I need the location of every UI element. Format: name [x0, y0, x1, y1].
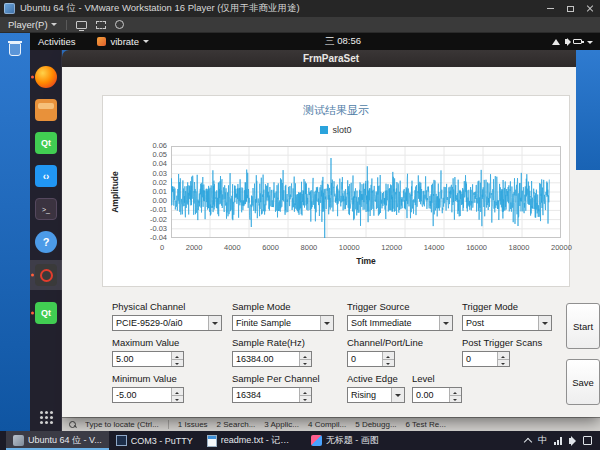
pane-button-search[interactable]: 2 Search... [217, 420, 256, 429]
app-menu[interactable]: vibrate [97, 36, 149, 47]
spinner-arrows-icon[interactable] [171, 388, 183, 402]
tick-label: 0 [160, 243, 164, 252]
frmparaset-window: FrmParaSet 测试结果显示 slot0 Amplitude 0.060.… [62, 50, 600, 417]
trigger-source-select[interactable]: Soft Immediate [347, 315, 453, 331]
close-icon[interactable] [580, 0, 600, 17]
save-button[interactable]: Save [566, 359, 600, 405]
spinner-arrows-icon[interactable] [449, 388, 461, 402]
level-input[interactable]: 0.00 [412, 387, 462, 403]
dropdown-arrow-icon[interactable] [538, 316, 551, 330]
screen: Ubuntu 64 位 - VMware Workstation 16 Play… [0, 0, 600, 450]
dock-item-qt-creator[interactable]: Qt [30, 128, 62, 158]
pane-button-test-results[interactable]: 6 Test Re... [406, 420, 446, 429]
spinner-arrows-icon[interactable] [382, 352, 394, 366]
vmware-logo-icon [4, 3, 15, 14]
tick-label: 6000 [262, 243, 279, 252]
tick-label: 14000 [424, 243, 445, 252]
trigger-mode-value: Post [463, 316, 538, 330]
desktop-wallpaper-patch [576, 50, 600, 170]
dock-item-firefox[interactable] [30, 62, 62, 92]
dropdown-arrow-icon[interactable] [208, 316, 221, 330]
dock-item-show-applications[interactable] [30, 402, 62, 432]
ime-indicator[interactable]: 中 [538, 434, 547, 447]
dock-item-qt-app[interactable]: Qt [30, 298, 62, 328]
taskbar-item-label: COM3 - PuTTY [131, 436, 193, 446]
qt-creator-icon: Qt [35, 132, 57, 154]
dropdown-arrow-icon[interactable] [320, 316, 333, 330]
vm-settings-icon[interactable] [115, 20, 124, 29]
qtcreator-bottom-bar: Type to locate (Ctrl... 1 Issues 2 Searc… [62, 417, 600, 431]
trigger-mode-label: Trigger Mode [462, 301, 552, 312]
player-menu-label: Player(P) [8, 19, 48, 30]
tick-label: -0.02 [150, 216, 167, 224]
volume-icon[interactable] [569, 438, 572, 444]
maximum-value-group: Maximum Value 5.00 [112, 337, 184, 367]
pane-button-application-output[interactable]: 3 Applic... [264, 420, 299, 429]
terminal-icon: >_ [35, 198, 57, 220]
sample-rate-input[interactable]: 16384.00 [232, 351, 312, 367]
vmware-app-icon [13, 435, 24, 446]
maximum-value-label: Maximum Value [112, 337, 184, 348]
action-center-icon[interactable] [583, 436, 592, 445]
minimum-value-text: -5.00 [113, 388, 171, 402]
post-trigger-scans-input[interactable]: 0 [462, 351, 510, 367]
dropdown-arrow-icon[interactable] [391, 388, 404, 402]
vmware-window-title: Ubuntu 64 位 - VMware Workstation 16 Play… [20, 2, 300, 15]
maximum-value-text: 5.00 [113, 352, 171, 366]
clock[interactable]: 三 08:56 [325, 35, 361, 48]
system-status-area[interactable] [552, 37, 593, 47]
network-icon [552, 39, 560, 45]
minimize-icon[interactable] [540, 0, 560, 17]
pane-button-compile-output[interactable]: 4 Compil... [308, 420, 346, 429]
active-edge-group: Active Edge Rising [347, 373, 405, 403]
physical-channel-select[interactable]: PCIE-9529-0/ai0 [112, 315, 222, 331]
network-icon[interactable] [554, 437, 562, 445]
trigger-source-label: Trigger Source [347, 301, 453, 312]
vscode-icon: ‹› [35, 165, 57, 187]
window-titlebar[interactable]: FrmParaSet [62, 50, 600, 67]
start-button[interactable]: Start [566, 303, 600, 349]
post-trigger-scans-label: Post Trigger Scans [462, 337, 510, 348]
vmware-menubar: Player(P) [0, 17, 600, 33]
window-body: 测试结果显示 slot0 Amplitude 0.060.050.040.030… [62, 67, 600, 417]
legend-label: slot0 [332, 125, 351, 135]
dropdown-arrow-icon[interactable] [439, 316, 452, 330]
show-applications-icon [35, 406, 57, 428]
active-edge-select[interactable]: Rising [347, 387, 405, 403]
dock-item-vscode[interactable]: ‹› [30, 161, 62, 191]
minimum-value-input[interactable]: -5.00 [112, 387, 184, 403]
vm-display-icon[interactable] [76, 21, 87, 29]
spinner-arrows-icon[interactable] [497, 352, 509, 366]
post-trigger-scans-text: 0 [463, 352, 497, 366]
channel-port-line-input[interactable]: 0 [347, 351, 395, 367]
dock-item-help[interactable]: ? [30, 227, 62, 257]
tray-expand-icon[interactable] [524, 438, 532, 446]
sample-rate-label: Sample Rate(Hz) [232, 337, 312, 348]
locator-field[interactable]: Type to locate (Ctrl... [85, 420, 159, 429]
sample-per-channel-input[interactable]: 16384 [232, 387, 312, 403]
spinner-arrows-icon[interactable] [299, 388, 311, 402]
player-menu[interactable]: Player(P) [8, 19, 57, 30]
maximum-value-input[interactable]: 5.00 [112, 351, 184, 367]
channel-port-line-text: 0 [348, 352, 382, 366]
maximize-icon[interactable] [560, 0, 580, 17]
sample-mode-select[interactable]: Finite Sample [232, 315, 334, 331]
activities-button[interactable]: Activities [38, 36, 75, 47]
taskbar-item-paint[interactable]: 无标题 - 画图 [304, 431, 386, 450]
spinner-arrows-icon[interactable] [171, 352, 183, 366]
recycle-bin-icon[interactable] [9, 43, 21, 56]
trigger-mode-select[interactable]: Post [462, 315, 552, 331]
screen-recorder-icon [35, 264, 57, 286]
vm-fullscreen-icon[interactable] [96, 21, 106, 29]
taskbar-item-vmware[interactable]: Ubuntu 64 位 - V... [6, 431, 109, 450]
dock-item-files[interactable] [30, 95, 62, 125]
notepad-icon [207, 435, 217, 447]
taskbar-item-putty[interactable]: COM3 - PuTTY [109, 431, 200, 450]
taskbar-item-notepad[interactable]: readme.txt - 记事本 [200, 431, 304, 450]
pane-button-issues[interactable]: 1 Issues [178, 420, 208, 429]
dock-item-screen-recorder[interactable] [30, 260, 62, 290]
tick-label: 0.03 [152, 170, 167, 178]
pane-button-debugger[interactable]: 5 Debugg... [355, 420, 396, 429]
spinner-arrows-icon[interactable] [299, 352, 311, 366]
dock-item-terminal[interactable]: >_ [30, 194, 62, 224]
